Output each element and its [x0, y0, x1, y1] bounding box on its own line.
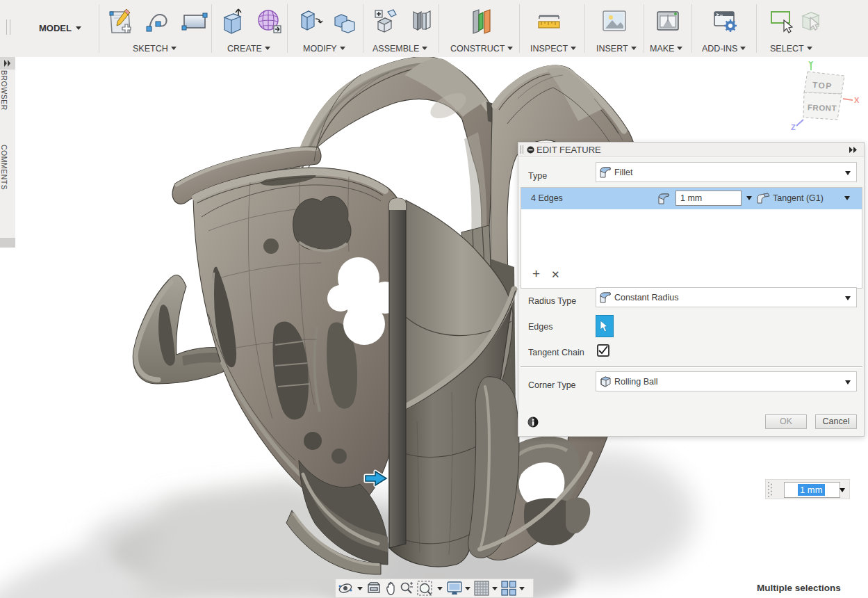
svg-text:X: X	[854, 96, 860, 104]
svg-text:Z: Z	[791, 123, 796, 131]
svg-text:TOP: TOP	[812, 80, 833, 91]
svg-text:FRONT: FRONT	[808, 103, 837, 112]
svg-text:Y: Y	[808, 60, 814, 68]
